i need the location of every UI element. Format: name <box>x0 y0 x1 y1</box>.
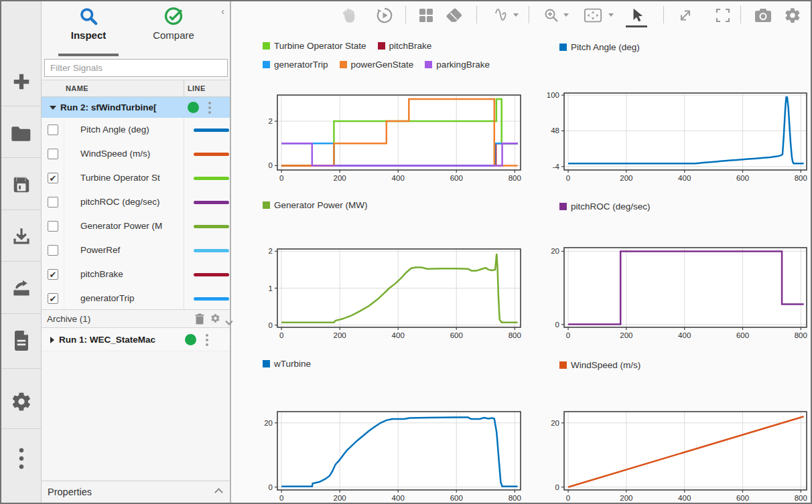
chevron-up-icon <box>214 488 223 497</box>
subplot-generator-power[interactable]: 0200400600800012 <box>254 246 529 345</box>
svg-text:800: 800 <box>509 494 521 502</box>
signal-row[interactable]: WindSpeed (m/s) <box>42 142 230 166</box>
properties-label: Properties <box>48 487 92 497</box>
svg-text:800: 800 <box>509 174 521 182</box>
legend-item: Turbine Operator State <box>263 39 366 52</box>
mode-tabs: Inspect Compare ‹ <box>42 1 230 58</box>
svg-text:800: 800 <box>509 331 521 339</box>
compare-check-icon <box>133 4 214 28</box>
signal-checkbox[interactable]: ✔ <box>48 269 58 280</box>
tab-inspect-label: Inspect <box>48 29 129 41</box>
svg-text:0: 0 <box>566 494 570 502</box>
legend-label: pitchBrake <box>389 41 432 51</box>
run-status-dot <box>188 102 199 113</box>
svg-text:0: 0 <box>555 321 559 329</box>
chevron-right-icon[interactable] <box>50 337 54 343</box>
active-tab-underline <box>58 54 119 56</box>
signal-row[interactable]: PowerRef <box>42 238 230 262</box>
properties-bar[interactable]: Properties <box>42 481 230 503</box>
eraser-icon[interactable] <box>445 6 464 25</box>
expand-icon[interactable] <box>676 6 695 25</box>
signal-name: Turbine Operator St <box>80 173 182 183</box>
archive-bar[interactable]: Archive (1) <box>42 309 230 328</box>
signal-line-swatch <box>194 201 229 204</box>
table-header: NAME LINE <box>42 80 230 97</box>
signal-row[interactable]: ✔generatorTrip <box>42 286 230 309</box>
tab-compare[interactable]: Compare <box>133 4 214 41</box>
fit-to-view-icon[interactable] <box>584 6 602 25</box>
add-icon[interactable] <box>1 58 41 105</box>
run-options-icon[interactable] <box>208 102 211 114</box>
archived-run-row[interactable]: Run 1: WEC_StateMac <box>42 329 230 351</box>
signal-checkbox[interactable] <box>48 245 58 256</box>
legend-swatch <box>559 203 567 210</box>
legend-swatch <box>559 44 567 51</box>
import-icon[interactable] <box>1 214 41 260</box>
plot-toolbar <box>232 1 811 28</box>
trash-icon[interactable] <box>194 313 205 327</box>
report-icon[interactable] <box>1 317 41 364</box>
plot-area: Turbine Operator StatepitchBrakegenerato… <box>232 1 811 503</box>
signal-trace-icon[interactable] <box>492 6 511 25</box>
signal-checkbox[interactable] <box>48 221 58 232</box>
plot-settings-gear-icon[interactable] <box>783 6 802 25</box>
signal-checkbox[interactable] <box>48 197 58 207</box>
svg-text:2: 2 <box>269 117 273 125</box>
subplot-pitch-angle[interactable]: 0200400600800-448100 <box>541 90 812 187</box>
signal-line-swatch <box>194 249 229 252</box>
svg-text:20: 20 <box>551 247 559 255</box>
preferences-gear-icon[interactable] <box>1 378 41 425</box>
subplot-windspeed[interactable]: 0200400600800020 <box>541 408 812 504</box>
signal-row[interactable]: pitchROC (deg/sec) <box>42 190 230 214</box>
subplot-wturbine[interactable]: 0200400600800020 <box>254 408 529 504</box>
archived-run-label: Run 1: WEC_StateMac <box>59 335 185 345</box>
zoom-dropdown-caret[interactable] <box>563 13 569 17</box>
archive-settings-gear-icon[interactable] <box>210 313 220 326</box>
signal-line-swatch <box>194 129 229 132</box>
svg-text:200: 200 <box>334 494 346 502</box>
legend-item: parkingBrake <box>425 58 490 71</box>
filter-signals-input[interactable] <box>44 59 228 77</box>
signal-row[interactable]: Generator Power (M <box>42 214 230 238</box>
collapse-panel-icon[interactable]: ‹ <box>221 5 224 17</box>
open-folder-icon[interactable] <box>1 110 41 157</box>
svg-text:600: 600 <box>450 494 463 502</box>
more-options-icon[interactable] <box>1 435 41 482</box>
signal-line-swatch <box>194 177 229 180</box>
chevron-down-icon[interactable] <box>50 106 56 110</box>
signal-checkbox[interactable] <box>48 124 58 135</box>
signal-row[interactable]: ✔Turbine Operator St <box>42 166 230 190</box>
signal-name: Generator Power (M <box>80 221 182 231</box>
legend-label: wTurbine <box>274 359 311 369</box>
legend-swatch <box>425 61 432 68</box>
fit-dropdown-caret[interactable] <box>608 13 614 17</box>
svg-text:0: 0 <box>279 174 283 182</box>
legend-swatch <box>559 361 567 369</box>
pointer-cursor-icon[interactable] <box>628 6 647 25</box>
signal-checkbox[interactable]: ✔ <box>48 293 58 304</box>
subplot-pitchroc[interactable]: 0200400600800020 <box>541 244 812 345</box>
svg-text:200: 200 <box>620 331 632 339</box>
fullscreen-icon[interactable] <box>714 6 732 25</box>
signal-line-swatch <box>194 297 229 301</box>
export-icon[interactable] <box>1 265 41 312</box>
archived-run-status-dot <box>185 334 196 345</box>
inspect-search-icon <box>48 4 129 28</box>
snapshot-camera-icon[interactable] <box>754 6 772 25</box>
signal-row[interactable]: Pitch Angle (deg) <box>42 118 230 142</box>
archived-run-options-icon[interactable] <box>206 334 208 346</box>
layout-grid-icon[interactable] <box>417 6 435 25</box>
legend-item: generatorTrip <box>263 58 328 71</box>
run-row-selected[interactable]: Run 2: sfWindTurbine[ <box>42 97 230 118</box>
chart-legend: Turbine Operator StatepitchBrakegenerato… <box>263 39 511 76</box>
signal-row[interactable]: ✔pitchBrake <box>42 262 230 286</box>
signal-checkbox[interactable]: ✔ <box>48 173 58 183</box>
tab-inspect[interactable]: Inspect <box>48 4 129 41</box>
replay-icon[interactable] <box>375 6 394 25</box>
signal-trace-dropdown-caret[interactable] <box>513 13 519 17</box>
save-icon[interactable] <box>1 161 41 208</box>
subplot-states[interactable]: 020040060080002 <box>254 92 529 187</box>
app-window: Inspect Compare ‹ NAME LINE Run 2: sfWin… <box>0 0 812 504</box>
signal-checkbox[interactable] <box>48 149 58 159</box>
zoom-in-icon[interactable] <box>542 6 561 25</box>
